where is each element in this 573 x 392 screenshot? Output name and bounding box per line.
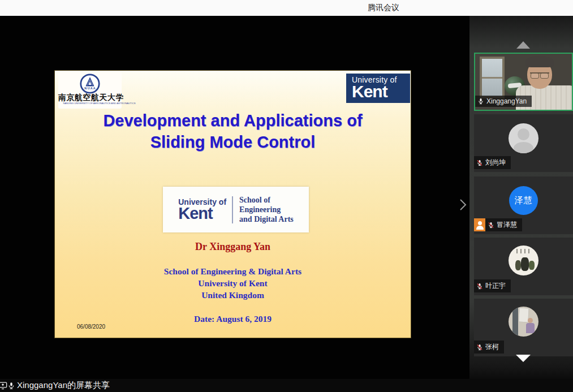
participant-tile[interactable]: 刘尚坤 <box>474 114 573 172</box>
slide-date: Date: August 6, 2019 <box>55 314 411 324</box>
slide-footer-date: 06/08/2020 <box>77 324 105 330</box>
slide-title-line1: Development and Applications of <box>55 110 411 131</box>
scroll-down-arrow-icon[interactable] <box>516 355 531 362</box>
microphone-muted-icon <box>476 344 483 351</box>
participant-name-pill: 冒泽慧 <box>485 218 522 231</box>
sidebar-collapse-chevron-icon[interactable] <box>459 198 468 212</box>
image-avatar <box>509 245 538 275</box>
status-bar: XinggangYan的屏幕共享 <box>0 379 573 392</box>
meeting-window: 腾讯会议 N U A A 南京航空航天大学 NANJING UNIVERSITY… <box>0 0 573 392</box>
scroll-up-arrow-icon[interactable] <box>516 41 530 49</box>
microphone-muted-icon <box>476 160 483 166</box>
host-badge-icon <box>474 218 485 231</box>
microphone-muted-icon <box>476 283 483 290</box>
participant-name: 冒泽慧 <box>497 220 517 230</box>
slide-title: Development and Applications of Sliding … <box>55 110 411 153</box>
kent-logo: University of Kent <box>346 74 410 103</box>
presenter-name: Dr Xinggang Yan <box>55 241 411 253</box>
participant-name: XinggangYan <box>486 97 527 105</box>
avatar-initials: 泽慧 <box>515 195 533 206</box>
screen-share-status: XinggangYan的屏幕共享 <box>17 380 110 391</box>
participant-name-pill: 刘尚坤 <box>474 156 511 169</box>
video-person-glasses <box>530 72 549 77</box>
kent-logo-line2: Kent <box>352 83 410 100</box>
initials-avatar: 泽慧 <box>509 186 538 215</box>
affiliation-line: School of Engineering & Digital Arts <box>55 266 411 277</box>
participant-tile[interactable]: 叶正宇 <box>474 238 573 295</box>
school-name-block: School of Engineering and Digital Arts <box>233 195 294 224</box>
app-title: 腾讯会议 <box>368 3 399 13</box>
microphone-muted-icon <box>488 222 494 229</box>
participant-name-pill: 张柯 <box>474 341 504 354</box>
participant-tile[interactable]: 泽慧 冒泽慧 <box>474 176 573 234</box>
placeholder-avatar <box>509 123 538 153</box>
participant-name-pill: XinggangYan <box>475 96 532 107</box>
screen-share-icon <box>0 381 7 390</box>
microphone-icon <box>7 382 15 390</box>
affiliation-line: United Kingdom <box>55 290 411 300</box>
participants-sidebar: XinggangYan 刘尚坤 <box>469 16 573 379</box>
affiliation-line: University of Kent <box>55 278 411 288</box>
participant-name: 叶正宇 <box>485 281 506 291</box>
nuaa-english-name: NANJING UNIVERSITY OF AERONAUTICS AND AS… <box>63 101 117 104</box>
svg-text:N U A A: N U A A <box>84 87 96 90</box>
kent-school-logo: University of Kent School of Engineering… <box>163 187 309 232</box>
slide-title-line2: Sliding Mode Control <box>55 131 411 153</box>
participant-name-pill: 叶正宇 <box>474 279 511 292</box>
presentation-slide: N U A A 南京航空航天大学 NANJING UNIVERSITY OF A… <box>55 71 411 338</box>
participant-tile[interactable]: 张柯 <box>474 299 573 356</box>
image-avatar <box>509 307 538 337</box>
video-person-hair <box>525 56 554 67</box>
video-window-shape <box>480 57 505 98</box>
nuaa-chinese-name: 南京航空航天大学 <box>58 94 122 101</box>
microphone-on-icon <box>477 98 484 105</box>
participant-tile-video[interactable]: XinggangYan <box>474 53 573 111</box>
participant-name: 张柯 <box>485 342 499 352</box>
participant-name: 刘尚坤 <box>485 158 506 167</box>
window-title-bar: 腾讯会议 <box>0 0 573 16</box>
nuaa-logo: N U A A 南京航空航天大学 NANJING UNIVERSITY OF A… <box>58 72 122 109</box>
nuaa-emblem-icon: N U A A <box>80 74 100 94</box>
kent-school-wordmark: University of Kent <box>178 198 232 221</box>
